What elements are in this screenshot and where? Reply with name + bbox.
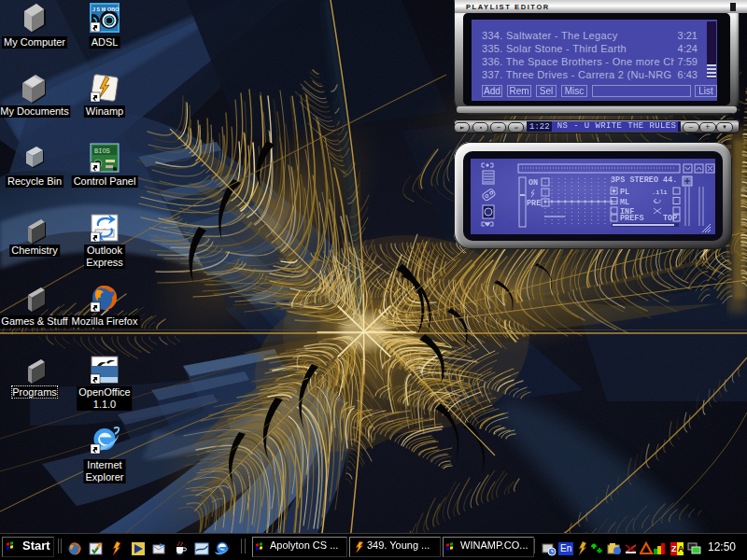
svg-text:.ılı: .ılı: [652, 189, 668, 196]
svg-text:A: A: [678, 544, 684, 553]
svg-text:J S M OBON: J S M OBON: [92, 7, 120, 12]
svg-text:En: En: [560, 543, 571, 553]
svg-text:PL: PL: [620, 188, 629, 197]
svg-text:PRE: PRE: [527, 199, 541, 208]
svg-text:Z: Z: [671, 544, 677, 553]
svg-text:3PS STEREO 44.: 3PS STEREO 44.: [611, 175, 677, 185]
svg-text:ON: ON: [529, 178, 538, 188]
svg-text:BIOS: BIOS: [94, 147, 110, 155]
svg-text:ML: ML: [620, 198, 629, 207]
svg-text:PREFS: PREFS: [620, 214, 644, 223]
